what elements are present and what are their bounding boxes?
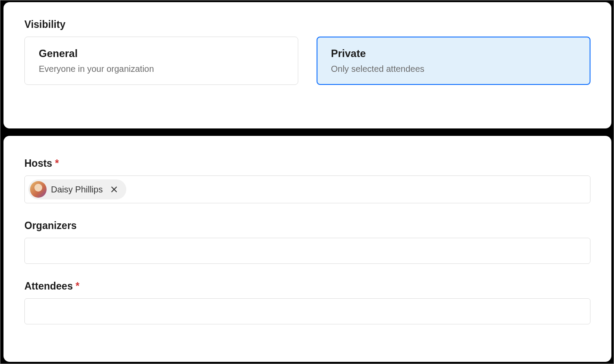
visibility-option-general[interactable]: General Everyone in your organization — [24, 37, 298, 85]
attendees-text-input[interactable] — [28, 303, 587, 320]
x-icon — [111, 186, 118, 193]
hosts-input[interactable]: Daisy Phillips — [24, 175, 590, 203]
attendees-field: Attendees * — [24, 280, 590, 324]
page-frame: Visibility General Everyone in your orga… — [0, 0, 614, 364]
chip-name: Daisy Phillips — [51, 185, 103, 195]
hosts-label-text: Hosts — [24, 158, 52, 169]
organizers-input[interactable] — [24, 238, 590, 264]
close-icon[interactable] — [109, 184, 119, 195]
organizers-text-input[interactable] — [28, 242, 587, 260]
visibility-option-private[interactable]: Private Only selected attendees — [317, 37, 590, 85]
attendees-input[interactable] — [24, 298, 590, 324]
option-title: Private — [331, 47, 576, 60]
option-desc: Only selected attendees — [331, 64, 576, 74]
visibility-card: Visibility General Everyone in your orga… — [3, 2, 611, 128]
option-desc: Everyone in your organization — [39, 64, 284, 74]
avatar — [30, 181, 47, 198]
attendees-label-text: Attendees — [24, 280, 73, 292]
hosts-text-input[interactable] — [129, 181, 587, 198]
organizers-field: Organizers — [24, 220, 590, 264]
required-star-icon: * — [76, 280, 80, 292]
attendees-label: Attendees * — [24, 280, 590, 292]
host-chip: Daisy Phillips — [28, 179, 126, 199]
organizers-label: Organizers — [24, 220, 590, 232]
option-title: General — [39, 47, 284, 60]
visibility-options: General Everyone in your organization Pr… — [24, 37, 590, 85]
visibility-label: Visibility — [24, 19, 590, 30]
required-star-icon: * — [55, 158, 59, 169]
hosts-field: Hosts * Daisy Phillips — [24, 158, 590, 203]
people-card: Hosts * Daisy Phillips — [3, 136, 611, 362]
hosts-label: Hosts * — [24, 158, 590, 169]
organizers-label-text: Organizers — [24, 220, 77, 231]
